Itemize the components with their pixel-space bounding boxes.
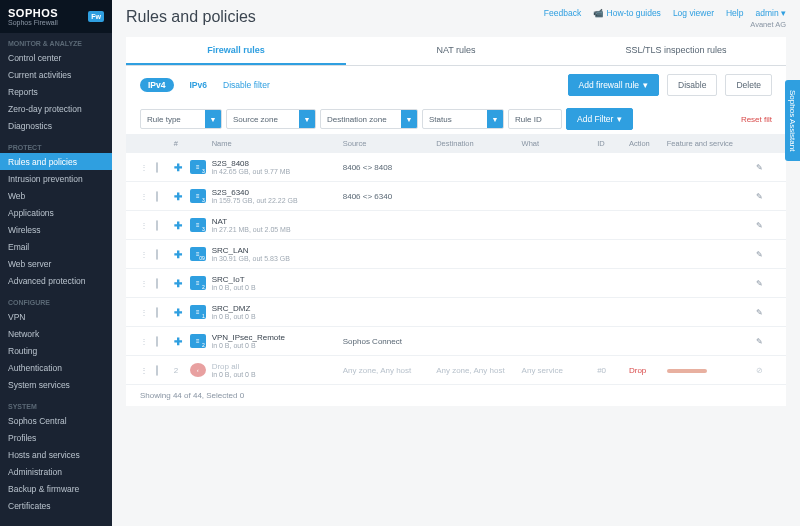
- link-feedback[interactable]: Feedback: [544, 8, 581, 18]
- filter-dest-zone[interactable]: Destination zone▼: [320, 109, 418, 129]
- row-checkbox[interactable]: [156, 249, 158, 260]
- sidebar-item-hosts-and-services[interactable]: Hosts and services: [0, 446, 112, 463]
- sidebar-item-diagnostics[interactable]: Diagnostics: [0, 117, 112, 134]
- expand-icon[interactable]: ✚: [174, 336, 182, 347]
- link-howto[interactable]: 📹 How-to guides: [593, 8, 661, 18]
- sidebar-item-vpn[interactable]: VPN: [0, 308, 112, 325]
- filter-status[interactable]: Status▼: [422, 109, 504, 129]
- drag-handle-icon[interactable]: ⋮: [140, 250, 152, 259]
- sidebar-item-rules-and-policies[interactable]: Rules and policies: [0, 153, 112, 170]
- drag-handle-icon[interactable]: ⋮: [140, 192, 152, 201]
- add-firewall-rule-button[interactable]: Add firewall rule ▾: [568, 74, 659, 96]
- sophos-assistant-tab[interactable]: Sophos Assistant: [785, 80, 800, 161]
- drag-handle-icon[interactable]: ⋮: [140, 221, 152, 230]
- table-row[interactable]: ⋮✚≡3S2S_6340in 159.75 GB, out 22.22 GB84…: [126, 182, 786, 211]
- sidebar-item-authentication[interactable]: Authentication: [0, 359, 112, 376]
- sidebar-item-control-center[interactable]: Control center: [0, 49, 112, 66]
- expand-icon[interactable]: ✚: [174, 162, 182, 173]
- table-row[interactable]: ⋮✚≡09SRC_LANin 30.91 GB, out 5.83 GB✎: [126, 240, 786, 269]
- drag-handle-icon[interactable]: ⋮: [140, 337, 152, 346]
- table-row[interactable]: ⋮✚≡3NATin 27.21 MB, out 2.05 MB✎: [126, 211, 786, 240]
- pill-ipv4[interactable]: IPv4: [140, 78, 174, 92]
- nav-section-head: PROTECT: [0, 140, 112, 153]
- filter-rule-type[interactable]: Rule type▼: [140, 109, 222, 129]
- sidebar-item-reports[interactable]: Reports: [0, 83, 112, 100]
- link-logviewer[interactable]: Log viewer: [673, 8, 714, 18]
- sidebar-item-applications[interactable]: Applications: [0, 204, 112, 221]
- edit-icon[interactable]: ✎: [756, 279, 772, 288]
- tab-ssl[interactable]: SSL/TLS inspection rules: [566, 37, 786, 65]
- drag-handle-icon[interactable]: ⋮: [140, 163, 152, 172]
- rule-name: SRC_LAN: [212, 246, 339, 255]
- main: Rules and policies Feedback 📹 How-to gui…: [112, 0, 800, 526]
- edit-icon[interactable]: ✎: [756, 250, 772, 259]
- sidebar-item-sophos-central[interactable]: Sophos Central: [0, 412, 112, 429]
- drag-handle-icon[interactable]: ⋮: [140, 279, 152, 288]
- sidebar-item-web[interactable]: Web: [0, 187, 112, 204]
- table-row[interactable]: ⋮✚≡2VPN_IPsec_Remotein 0 B, out 0 BSopho…: [126, 327, 786, 356]
- expand-icon[interactable]: ✚: [174, 249, 182, 260]
- reset-filter[interactable]: Reset filt: [741, 115, 772, 124]
- edit-icon[interactable]: ✎: [756, 221, 772, 230]
- blocked-icon: ⊘: [756, 366, 772, 375]
- rule-stats: in 0 B, out 0 B: [212, 284, 339, 291]
- sidebar-item-wireless[interactable]: Wireless: [0, 221, 112, 238]
- row-checkbox[interactable]: [156, 278, 158, 289]
- table-row-drop[interactable]: ⋮2‹Drop allin 0 B, out 0 BAny zone, Any …: [126, 356, 786, 385]
- expand-icon[interactable]: ✚: [174, 220, 182, 231]
- sidebar-item-advanced-protection[interactable]: Advanced protection: [0, 272, 112, 289]
- edit-icon[interactable]: ✎: [756, 163, 772, 172]
- row-checkbox[interactable]: [156, 220, 158, 231]
- sidebar-item-network[interactable]: Network: [0, 325, 112, 342]
- page-title: Rules and policies: [126, 8, 256, 26]
- sidebar-item-web-server[interactable]: Web server: [0, 255, 112, 272]
- link-admin[interactable]: admin ▾: [755, 8, 786, 18]
- filter-source-zone[interactable]: Source zone▼: [226, 109, 316, 129]
- drag-handle-icon[interactable]: ⋮: [140, 308, 152, 317]
- row-checkbox[interactable]: [156, 336, 158, 347]
- sidebar-item-backup-firmware[interactable]: Backup & firmware: [0, 480, 112, 497]
- sidebar-item-intrusion-prevention[interactable]: Intrusion prevention: [0, 170, 112, 187]
- rule-stats: in 30.91 GB, out 5.83 GB: [212, 255, 339, 262]
- rule-stats: in 27.21 MB, out 2.05 MB: [212, 226, 339, 233]
- sidebar-item-zero-day-protection[interactable]: Zero-day protection: [0, 100, 112, 117]
- edit-icon[interactable]: ✎: [756, 192, 772, 201]
- row-checkbox[interactable]: [156, 365, 158, 376]
- delete-button[interactable]: Delete: [725, 74, 772, 96]
- rule-name: SRC_IoT: [212, 275, 339, 284]
- expand-icon[interactable]: ✚: [174, 307, 182, 318]
- row-checkbox[interactable]: [156, 162, 158, 173]
- sidebar-item-profiles[interactable]: Profiles: [0, 429, 112, 446]
- table-row[interactable]: ⋮✚≡1SRC_DMZin 0 B, out 0 B✎: [126, 298, 786, 327]
- link-help[interactable]: Help: [726, 8, 743, 18]
- rule-icon: ≡2: [190, 334, 206, 348]
- pill-ipv6[interactable]: IPv6: [182, 78, 216, 92]
- table-row[interactable]: ⋮✚≡2SRC_IoTin 0 B, out 0 B✎: [126, 269, 786, 298]
- sidebar-item-routing[interactable]: Routing: [0, 342, 112, 359]
- add-filter-button[interactable]: Add Filter ▾: [566, 108, 633, 130]
- filter-rule-id[interactable]: Rule ID: [508, 109, 562, 129]
- sidebar-item-administration[interactable]: Administration: [0, 463, 112, 480]
- expand-icon[interactable]: ✚: [174, 278, 182, 289]
- sidebar-item-system-services[interactable]: System services: [0, 376, 112, 393]
- row-checkbox[interactable]: [156, 307, 158, 318]
- sidebar: SOPHOS Sophos Firewall Fw MONITOR & ANAL…: [0, 0, 112, 526]
- disable-filter-link[interactable]: Disable filter: [223, 80, 270, 90]
- table-row[interactable]: ⋮✚≡3S2S_8408in 42.65 GB, out 9.77 MB8406…: [126, 153, 786, 182]
- rule-source: 8406 <> 6340: [343, 192, 432, 201]
- rule-icon: ≡3: [190, 160, 206, 174]
- topbar: Rules and policies Feedback 📹 How-to gui…: [112, 0, 800, 33]
- row-checkbox[interactable]: [156, 191, 158, 202]
- table-footer: Showing 44 of 44, Selected 0: [126, 385, 786, 406]
- edit-icon[interactable]: ✎: [756, 308, 772, 317]
- edit-icon[interactable]: ✎: [756, 337, 772, 346]
- disable-button[interactable]: Disable: [667, 74, 717, 96]
- tab-firewall[interactable]: Firewall rules: [126, 37, 346, 65]
- tab-nat[interactable]: NAT rules: [346, 37, 566, 65]
- rule-icon: ≡3: [190, 218, 206, 232]
- sidebar-item-certificates[interactable]: Certificates: [0, 497, 112, 514]
- sidebar-item-email[interactable]: Email: [0, 238, 112, 255]
- rule-name: NAT: [212, 217, 339, 226]
- expand-icon[interactable]: ✚: [174, 191, 182, 202]
- sidebar-item-current-activities[interactable]: Current activities: [0, 66, 112, 83]
